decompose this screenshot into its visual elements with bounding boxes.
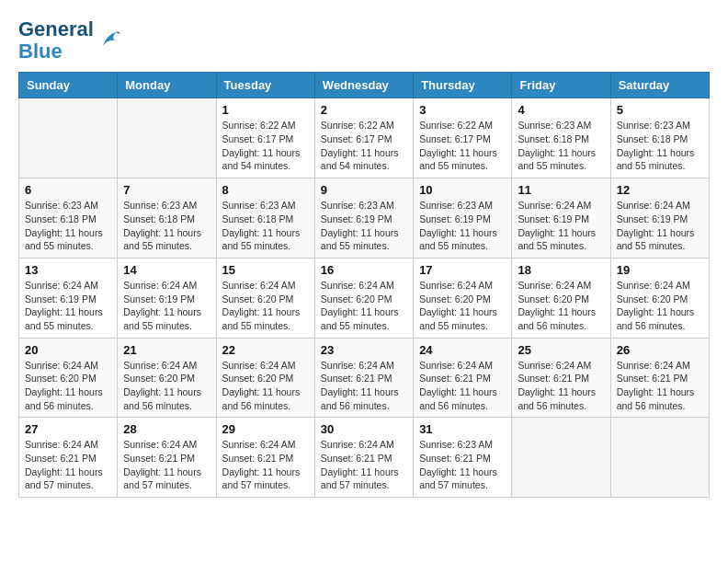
calendar-cell: 1Sunrise: 6:22 AM Sunset: 6:17 PM Daylig… — [216, 98, 314, 178]
calendar-cell: 29Sunrise: 6:24 AM Sunset: 6:21 PM Dayli… — [216, 418, 314, 498]
calendar-week-5: 27Sunrise: 6:24 AM Sunset: 6:21 PM Dayli… — [19, 418, 710, 498]
day-number: 10 — [419, 183, 506, 197]
day-info: Sunrise: 6:23 AM Sunset: 6:18 PM Dayligh… — [123, 199, 210, 253]
day-number: 3 — [419, 103, 506, 117]
calendar-header-wednesday: Wednesday — [314, 73, 413, 98]
day-number: 7 — [123, 183, 210, 197]
calendar-cell: 10Sunrise: 6:23 AM Sunset: 6:19 PM Dayli… — [414, 178, 512, 259]
day-number: 24 — [419, 343, 506, 357]
day-number: 23 — [321, 343, 407, 357]
calendar-cell: 22Sunrise: 6:24 AM Sunset: 6:20 PM Dayli… — [216, 338, 314, 418]
calendar-cell: 25Sunrise: 6:24 AM Sunset: 6:21 PM Dayli… — [512, 338, 610, 418]
calendar-cell: 19Sunrise: 6:24 AM Sunset: 6:20 PM Dayli… — [610, 258, 709, 338]
day-number: 2 — [321, 103, 407, 117]
calendar-cell: 27Sunrise: 6:24 AM Sunset: 6:21 PM Dayli… — [19, 418, 118, 498]
calendar-cell: 8Sunrise: 6:23 AM Sunset: 6:18 PM Daylig… — [216, 178, 314, 259]
calendar-cell: 14Sunrise: 6:24 AM Sunset: 6:19 PM Dayli… — [118, 258, 216, 338]
day-number: 15 — [222, 263, 309, 277]
logo-text: General Blue — [18, 18, 94, 63]
day-number: 12 — [617, 183, 703, 197]
calendar-header-monday: Monday — [118, 73, 216, 98]
day-info: Sunrise: 6:23 AM Sunset: 6:19 PM Dayligh… — [419, 199, 506, 253]
day-number: 13 — [25, 263, 111, 277]
day-info: Sunrise: 6:22 AM Sunset: 6:17 PM Dayligh… — [419, 119, 506, 173]
day-info: Sunrise: 6:24 AM Sunset: 6:20 PM Dayligh… — [321, 279, 407, 333]
day-number: 6 — [25, 183, 111, 197]
calendar-header-saturday: Saturday — [610, 73, 709, 98]
day-number: 26 — [617, 343, 703, 357]
calendar-header-tuesday: Tuesday — [216, 73, 314, 98]
day-info: Sunrise: 6:24 AM Sunset: 6:20 PM Dayligh… — [25, 359, 111, 413]
calendar-cell — [512, 418, 610, 498]
calendar-cell: 9Sunrise: 6:23 AM Sunset: 6:19 PM Daylig… — [314, 178, 413, 259]
day-number: 30 — [321, 422, 407, 436]
calendar-cell: 4Sunrise: 6:23 AM Sunset: 6:18 PM Daylig… — [512, 98, 610, 178]
day-info: Sunrise: 6:22 AM Sunset: 6:17 PM Dayligh… — [321, 119, 407, 173]
calendar-cell: 17Sunrise: 6:24 AM Sunset: 6:20 PM Dayli… — [414, 258, 512, 338]
day-number: 16 — [321, 263, 407, 277]
day-info: Sunrise: 6:24 AM Sunset: 6:21 PM Dayligh… — [617, 359, 703, 413]
day-info: Sunrise: 6:24 AM Sunset: 6:20 PM Dayligh… — [419, 279, 506, 333]
day-number: 28 — [123, 422, 210, 436]
calendar-cell — [610, 418, 709, 498]
day-number: 18 — [518, 263, 604, 277]
calendar-cell: 31Sunrise: 6:23 AM Sunset: 6:21 PM Dayli… — [414, 418, 512, 498]
day-number: 8 — [222, 183, 309, 197]
day-number: 11 — [518, 183, 604, 197]
calendar-cell: 11Sunrise: 6:24 AM Sunset: 6:19 PM Dayli… — [512, 178, 610, 259]
calendar-cell: 5Sunrise: 6:23 AM Sunset: 6:18 PM Daylig… — [610, 98, 709, 178]
calendar-cell: 15Sunrise: 6:24 AM Sunset: 6:20 PM Dayli… — [216, 258, 314, 338]
day-info: Sunrise: 6:24 AM Sunset: 6:20 PM Dayligh… — [123, 359, 210, 413]
day-number: 5 — [617, 103, 703, 117]
day-info: Sunrise: 6:24 AM Sunset: 6:21 PM Dayligh… — [25, 438, 111, 492]
calendar-body: 1Sunrise: 6:22 AM Sunset: 6:17 PM Daylig… — [19, 98, 710, 498]
calendar-week-3: 13Sunrise: 6:24 AM Sunset: 6:19 PM Dayli… — [19, 258, 710, 338]
day-info: Sunrise: 6:24 AM Sunset: 6:19 PM Dayligh… — [25, 279, 111, 333]
day-info: Sunrise: 6:24 AM Sunset: 6:19 PM Dayligh… — [617, 199, 703, 253]
day-number: 21 — [123, 343, 210, 357]
day-info: Sunrise: 6:23 AM Sunset: 6:18 PM Dayligh… — [25, 199, 111, 253]
day-number: 4 — [518, 103, 604, 117]
day-number: 17 — [419, 263, 506, 277]
day-info: Sunrise: 6:24 AM Sunset: 6:21 PM Dayligh… — [518, 359, 604, 413]
day-number: 22 — [222, 343, 309, 357]
calendar-cell — [118, 98, 216, 178]
calendar-week-4: 20Sunrise: 6:24 AM Sunset: 6:20 PM Dayli… — [19, 338, 710, 418]
day-info: Sunrise: 6:22 AM Sunset: 6:17 PM Dayligh… — [222, 119, 309, 173]
day-number: 31 — [419, 422, 506, 436]
calendar-cell: 21Sunrise: 6:24 AM Sunset: 6:20 PM Dayli… — [118, 338, 216, 418]
day-info: Sunrise: 6:24 AM Sunset: 6:21 PM Dayligh… — [321, 359, 407, 413]
day-info: Sunrise: 6:24 AM Sunset: 6:19 PM Dayligh… — [123, 279, 210, 333]
calendar-cell: 3Sunrise: 6:22 AM Sunset: 6:17 PM Daylig… — [414, 98, 512, 178]
day-info: Sunrise: 6:23 AM Sunset: 6:18 PM Dayligh… — [617, 119, 703, 173]
calendar-week-1: 1Sunrise: 6:22 AM Sunset: 6:17 PM Daylig… — [19, 98, 710, 178]
day-info: Sunrise: 6:24 AM Sunset: 6:21 PM Dayligh… — [419, 359, 506, 413]
calendar-cell: 2Sunrise: 6:22 AM Sunset: 6:17 PM Daylig… — [314, 98, 413, 178]
day-number: 19 — [617, 263, 703, 277]
calendar-cell: 28Sunrise: 6:24 AM Sunset: 6:21 PM Dayli… — [118, 418, 216, 498]
logo-bird-icon — [96, 27, 123, 54]
calendar-cell: 30Sunrise: 6:24 AM Sunset: 6:21 PM Dayli… — [314, 418, 413, 498]
calendar-cell: 13Sunrise: 6:24 AM Sunset: 6:19 PM Dayli… — [19, 258, 118, 338]
calendar-cell: 16Sunrise: 6:24 AM Sunset: 6:20 PM Dayli… — [314, 258, 413, 338]
day-number: 9 — [321, 183, 407, 197]
day-info: Sunrise: 6:23 AM Sunset: 6:21 PM Dayligh… — [419, 438, 506, 492]
logo: General Blue — [18, 18, 123, 63]
day-info: Sunrise: 6:23 AM Sunset: 6:18 PM Dayligh… — [518, 119, 604, 173]
calendar-cell: 20Sunrise: 6:24 AM Sunset: 6:20 PM Dayli… — [19, 338, 118, 418]
calendar-header-thursday: Thursday — [414, 73, 512, 98]
day-number: 1 — [222, 103, 309, 117]
calendar-header-sunday: Sunday — [19, 73, 118, 98]
page-header: General Blue — [18, 18, 710, 63]
day-info: Sunrise: 6:23 AM Sunset: 6:18 PM Dayligh… — [222, 199, 309, 253]
calendar-cell: 23Sunrise: 6:24 AM Sunset: 6:21 PM Dayli… — [314, 338, 413, 418]
calendar-week-2: 6Sunrise: 6:23 AM Sunset: 6:18 PM Daylig… — [19, 178, 710, 259]
calendar-cell: 24Sunrise: 6:24 AM Sunset: 6:21 PM Dayli… — [414, 338, 512, 418]
day-info: Sunrise: 6:24 AM Sunset: 6:21 PM Dayligh… — [222, 438, 309, 492]
day-number: 27 — [25, 422, 111, 436]
calendar-table: SundayMondayTuesdayWednesdayThursdayFrid… — [18, 72, 710, 498]
calendar-cell: 26Sunrise: 6:24 AM Sunset: 6:21 PM Dayli… — [610, 338, 709, 418]
calendar-cell: 6Sunrise: 6:23 AM Sunset: 6:18 PM Daylig… — [19, 178, 118, 259]
calendar-cell: 7Sunrise: 6:23 AM Sunset: 6:18 PM Daylig… — [118, 178, 216, 259]
day-info: Sunrise: 6:23 AM Sunset: 6:19 PM Dayligh… — [321, 199, 407, 253]
